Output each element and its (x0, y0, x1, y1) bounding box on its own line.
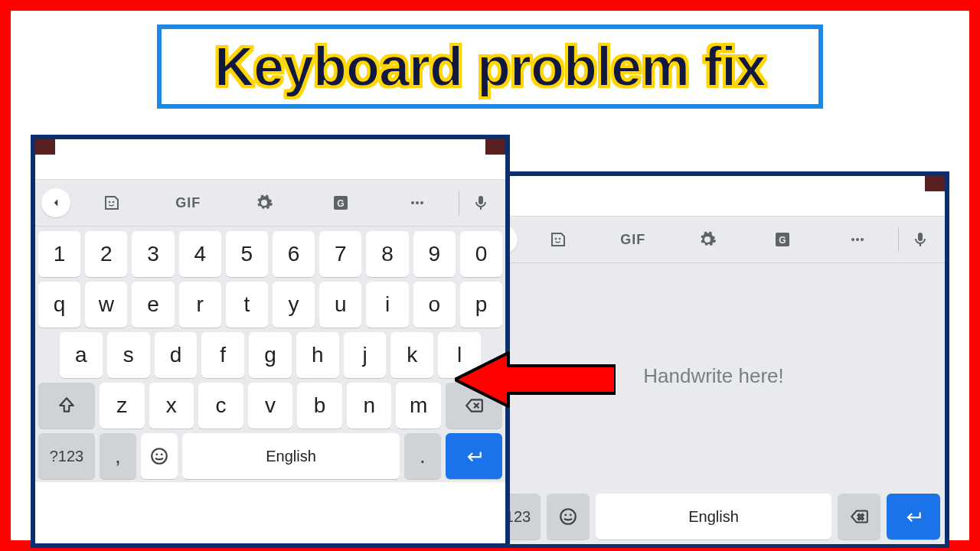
key-i[interactable]: i (366, 282, 408, 328)
more-icon[interactable] (379, 180, 456, 226)
gif-button[interactable]: GIF (596, 217, 671, 262)
settings-icon[interactable] (671, 217, 746, 262)
key-7[interactable]: 7 (319, 231, 361, 277)
key-b[interactable]: b (297, 383, 342, 429)
title-text: Keyboard problem fix (214, 35, 766, 98)
title-card: Keyboard problem fix (157, 24, 823, 109)
key-0[interactable]: 0 (460, 231, 502, 277)
key-k[interactable]: k (390, 332, 433, 378)
toolbar-divider (898, 227, 899, 252)
app-header-strip (35, 139, 505, 180)
svg-point-6 (861, 238, 864, 241)
key-o[interactable]: o (413, 282, 456, 328)
spacebar[interactable]: English (596, 494, 831, 540)
more-icon[interactable] (820, 217, 895, 262)
key-g[interactable]: g (249, 332, 292, 378)
svg-point-10 (109, 201, 111, 204)
key-e[interactable]: e (132, 282, 174, 328)
toolbar-divider (459, 191, 459, 215)
key-9[interactable]: 9 (413, 231, 456, 277)
handwriting-prompt: Handwrite here! (643, 364, 784, 388)
svg-point-11 (113, 201, 115, 204)
svg-point-9 (570, 514, 572, 516)
key-c[interactable]: c (198, 383, 243, 429)
svg-point-0 (555, 238, 557, 240)
thumbnail-frame: Keyboard problem fix GIF G (0, 0, 980, 551)
app-header-strip (482, 176, 945, 217)
key-x[interactable]: x (149, 383, 194, 429)
key-a[interactable]: a (60, 332, 103, 378)
key-v[interactable]: v (248, 383, 293, 429)
enter-key[interactable] (446, 433, 502, 479)
spacebar[interactable]: English (182, 433, 400, 479)
svg-point-8 (564, 514, 567, 516)
key-3[interactable]: 3 (132, 231, 174, 277)
key-2[interactable]: 2 (85, 231, 127, 277)
keyboard-keys: 1234567890 qwertyuiop asdfghjkl zxcvbnm … (35, 227, 505, 482)
svg-point-7 (560, 509, 576, 524)
translate-icon[interactable]: G (745, 217, 820, 262)
svg-point-18 (155, 453, 158, 455)
handwriting-bottom-row: ?123 English (482, 489, 945, 544)
keyboard-toolbar: GIF G (35, 180, 505, 227)
svg-point-19 (161, 453, 163, 455)
svg-point-4 (851, 238, 854, 241)
svg-point-16 (420, 201, 423, 204)
key-1[interactable]: 1 (38, 231, 80, 277)
key-4[interactable]: 4 (179, 231, 221, 277)
key-f[interactable]: f (201, 332, 244, 378)
emoji-key[interactable] (141, 433, 178, 479)
mic-icon[interactable] (462, 180, 499, 226)
shift-key[interactable] (38, 383, 95, 429)
key-r[interactable]: r (179, 282, 221, 328)
gif-label: GIF (175, 195, 201, 211)
svg-point-1 (559, 238, 561, 240)
backspace-key[interactable] (446, 383, 502, 429)
key-l[interactable]: l (438, 332, 481, 378)
svg-text:G: G (779, 235, 786, 246)
translate-icon[interactable]: G (302, 180, 379, 226)
sticker-icon[interactable] (74, 180, 150, 226)
key-h[interactable]: h (296, 332, 339, 378)
keyboard-handwriting-panel: GIF G Handwrite here! (478, 171, 949, 548)
gif-button[interactable]: GIF (150, 180, 227, 226)
svg-point-17 (152, 448, 167, 464)
emoji-key[interactable] (547, 494, 590, 540)
key-u[interactable]: u (319, 282, 361, 328)
symbols-key[interactable]: ?123 (38, 433, 95, 479)
key-z[interactable]: z (100, 383, 145, 429)
key-8[interactable]: 8 (366, 231, 408, 277)
settings-icon[interactable] (227, 180, 303, 226)
keyboard-qwerty-panel: GIF G 1234567890 qwertyuiop asdfghjkl zx… (31, 135, 510, 548)
mic-icon[interactable] (902, 217, 939, 262)
svg-point-15 (416, 201, 419, 204)
svg-text:G: G (338, 198, 345, 209)
key-m[interactable]: m (396, 383, 441, 429)
key-d[interactable]: d (155, 332, 198, 378)
comma-key[interactable]: , (100, 433, 136, 479)
key-w[interactable]: w (85, 282, 127, 328)
backspace-key[interactable] (838, 494, 880, 540)
key-q[interactable]: q (38, 282, 80, 328)
key-t[interactable]: t (226, 282, 268, 328)
sticker-icon[interactable] (521, 217, 596, 262)
gif-label: GIF (620, 232, 645, 248)
key-p[interactable]: p (460, 282, 502, 328)
key-s[interactable]: s (107, 332, 150, 378)
key-5[interactable]: 5 (226, 231, 268, 277)
key-j[interactable]: j (344, 332, 387, 378)
keyboard-toolbar: GIF G (482, 217, 945, 263)
svg-point-5 (856, 238, 859, 241)
svg-point-14 (411, 201, 414, 204)
toolbar-back-button[interactable] (41, 188, 70, 217)
enter-key[interactable] (887, 494, 940, 540)
key-6[interactable]: 6 (273, 231, 315, 277)
key-n[interactable]: n (347, 383, 392, 429)
handwriting-area[interactable]: Handwrite here! (482, 263, 945, 489)
period-key[interactable]: . (404, 433, 441, 479)
key-y[interactable]: y (273, 282, 315, 328)
